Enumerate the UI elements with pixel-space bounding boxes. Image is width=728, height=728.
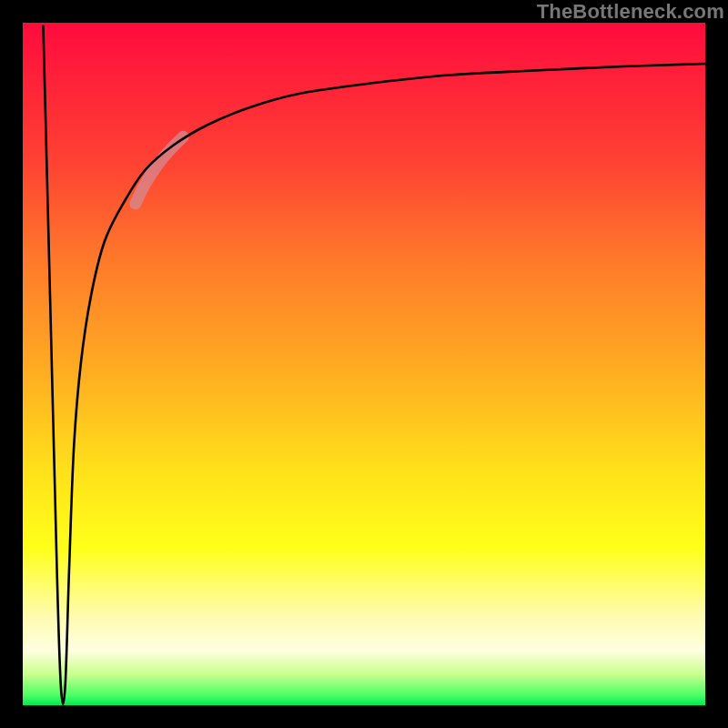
bottleneck-curve [44,26,706,704]
plot-area [23,23,705,705]
highlight-segment [136,136,184,204]
curve-layer [23,23,705,705]
watermark-text: TheBottleneck.com [537,0,724,24]
chart-stage: TheBottleneck.com [0,0,728,728]
